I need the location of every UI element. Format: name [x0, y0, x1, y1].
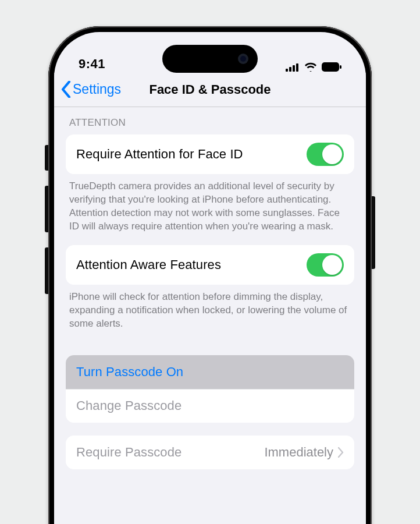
battery-icon [322, 62, 341, 72]
turn-passcode-on-label: Turn Passcode On [76, 364, 183, 380]
svg-rect-3 [296, 63, 298, 72]
screen: 9:41 [54, 32, 366, 524]
wifi-icon [304, 62, 317, 72]
svg-rect-0 [286, 69, 288, 72]
row-require-attention[interactable]: Require Attention for Face ID [66, 134, 354, 174]
attention-aware-toggle[interactable] [307, 253, 344, 277]
require-attention-toggle[interactable] [307, 143, 344, 166]
require-passcode-label: Require Passcode [76, 445, 181, 460]
side-buttons-right [372, 196, 375, 269]
row-attention-aware[interactable]: Attention Aware Features [66, 245, 354, 285]
phone-frame: 9:41 [48, 26, 372, 524]
svg-rect-1 [289, 67, 291, 72]
svg-rect-5 [340, 65, 341, 69]
front-camera-icon [238, 54, 248, 64]
group-require-passcode: Require Passcode Immediately [66, 436, 354, 469]
cellular-icon [286, 63, 300, 72]
back-button[interactable]: Settings [61, 81, 121, 98]
attention-aware-note: iPhone will check for attention before d… [54, 285, 366, 342]
side-buttons-left [45, 145, 48, 309]
status-time: 9:41 [79, 56, 105, 72]
attention-aware-label: Attention Aware Features [76, 257, 221, 272]
status-icons [286, 62, 341, 72]
group-passcode-actions: Turn Passcode On Change Passcode [66, 355, 354, 423]
content: Attention Require Attention for Face ID … [54, 107, 366, 469]
svg-rect-2 [293, 65, 295, 72]
page-title: Face ID & Passcode [149, 82, 270, 97]
svg-rect-4 [322, 62, 339, 72]
chevron-left-icon [61, 81, 71, 98]
chevron-right-icon [338, 447, 344, 458]
section-header-attention: Attention [54, 107, 366, 134]
group-require-attention: Require Attention for Face ID [66, 134, 354, 174]
dynamic-island [162, 45, 258, 73]
group-attention-aware: Attention Aware Features [66, 245, 354, 285]
require-passcode-value: Immediately [264, 445, 333, 460]
nav-bar: Settings Face ID & Passcode [54, 73, 366, 107]
row-require-passcode[interactable]: Require Passcode Immediately [66, 436, 354, 469]
require-attention-label: Require Attention for Face ID [76, 147, 243, 162]
row-change-passcode[interactable]: Change Passcode [66, 389, 354, 423]
require-attention-note: TrueDepth camera provides an additional … [54, 174, 366, 245]
row-turn-passcode-on[interactable]: Turn Passcode On [66, 355, 354, 389]
back-label: Settings [73, 82, 121, 97]
change-passcode-label: Change Passcode [76, 398, 181, 413]
